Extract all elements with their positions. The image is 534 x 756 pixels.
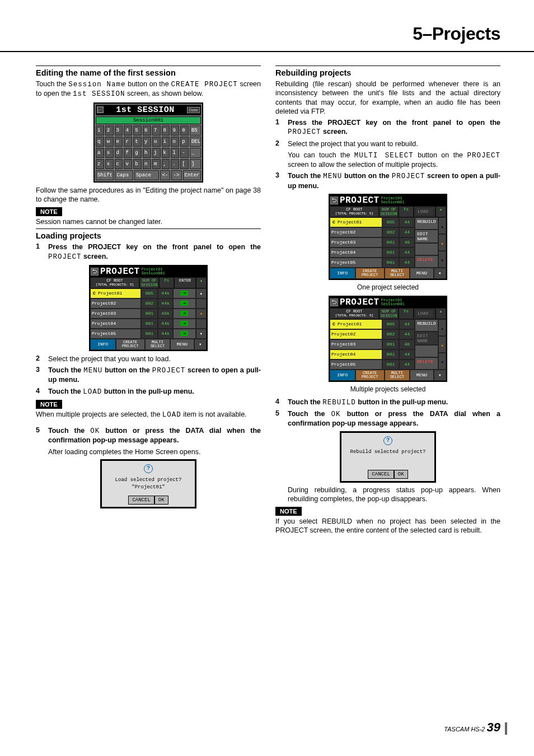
step-2: 2 Select the project that you want to lo… <box>36 354 261 363</box>
project-screenshot-multi-selected: ⮌ PROJECT Project01Session001 CF ROOT[TO… <box>275 296 500 382</box>
menu-button[interactable]: MENU <box>410 370 433 381</box>
note-text: Session names cannot be changed later. <box>36 217 261 226</box>
figure-caption: One project selected <box>275 283 500 291</box>
menu-delete[interactable]: DELETE <box>415 357 438 370</box>
keyboard-screenshot: ⮌ 1st SESSION Date Session001 1234567890… <box>36 102 261 183</box>
create-project-ref: CREATE PROJECT <box>171 81 237 88</box>
menu-button[interactable]: MENU <box>170 339 194 350</box>
section-rule <box>36 228 261 229</box>
ok-button[interactable]: OK <box>154 496 168 505</box>
step-5-sub: During rebuilding, a progress status pop… <box>288 486 500 504</box>
page-footer: TASCAM HS-2 39 <box>444 720 500 735</box>
info-button[interactable]: INFO <box>90 339 116 350</box>
ok-button[interactable]: OK <box>394 470 408 479</box>
table-row[interactable]: Project0500144 <box>330 360 415 370</box>
table-row[interactable]: Project0400144 <box>330 248 415 258</box>
back-icon[interactable]: ⮌ <box>330 298 338 306</box>
body-text: Rebuilding (file rescan) should be perfo… <box>275 80 500 116</box>
keyboard-rows: 1234567890BS qwertyuiopDEL asdfghjkl-_ z… <box>96 125 201 180</box>
table-row[interactable]: Project0200244k➔ <box>90 298 207 309</box>
table-row[interactable]: CProject0100544k➔ <box>90 288 207 298</box>
key-del[interactable]: DEL <box>190 137 201 147</box>
key-space[interactable]: Space <box>134 170 160 180</box>
left-column: Editing the name of the first session To… <box>36 63 261 538</box>
step-1: 1 Press the PROJECT key on the front pan… <box>36 242 261 262</box>
question-icon: ? <box>144 464 153 473</box>
current-mark-icon: C <box>92 291 97 296</box>
body-text: Touch the Session Name button on the CRE… <box>36 80 261 99</box>
scroll-top-icon[interactable] <box>440 207 442 212</box>
scroll-bottom-icon[interactable] <box>439 271 441 276</box>
menu-rebuild[interactable]: REBUILD <box>415 217 438 230</box>
create-project-button[interactable]: CREATEPROJECT <box>116 339 145 350</box>
table-row[interactable]: Project0300148 <box>330 237 415 248</box>
enter-arrow-icon[interactable]: ➔ <box>180 301 188 306</box>
create-project-button[interactable]: CREATEPROJECT <box>355 370 385 381</box>
step-3: 3 Touch the MENU button on the PROJECT s… <box>275 171 500 190</box>
step-2-sub: You can touch the MULTI SELECT button on… <box>288 151 500 170</box>
scroll-top-icon[interactable] <box>200 278 203 283</box>
table-row[interactable]: Project0300148k➔ <box>90 309 207 319</box>
project-screenshot-one-selected: ⮌ PROJECT Project01Session001 CF ROOT[TO… <box>275 194 500 280</box>
step-4: 4 Touch the REBUILD button in the pull-u… <box>275 398 500 407</box>
key-enter[interactable]: Enter <box>183 170 201 180</box>
key-bs[interactable]: BS <box>190 125 201 136</box>
menu-delete[interactable]: DELETE <box>415 255 438 268</box>
menu-edit-name[interactable]: EDIT NAME <box>415 230 438 243</box>
table-row[interactable]: CProject0100544 <box>330 319 415 329</box>
back-icon[interactable]: ⮌ <box>91 268 99 276</box>
table-row[interactable]: Project0200244 <box>330 227 415 237</box>
enter-arrow-icon[interactable]: ➔ <box>180 331 188 336</box>
section-rule <box>36 66 261 66</box>
page-edge-marker <box>505 722 507 735</box>
step-3: 3 Touch the MENU button on the PROJECT s… <box>36 366 261 385</box>
back-icon[interactable]: ⮌ <box>330 197 338 204</box>
key-1[interactable]: 1 <box>96 125 104 136</box>
enter-arrow-icon[interactable]: ➔ <box>180 291 188 296</box>
back-icon[interactable]: ⮌ <box>97 106 104 113</box>
info-button[interactable]: INFO <box>330 268 355 279</box>
table-row[interactable]: Project0500144k➔ <box>90 329 207 339</box>
key-right[interactable]: -> <box>171 170 181 180</box>
table-row[interactable]: Project0500144 <box>330 258 415 268</box>
cancel-button[interactable]: CANCEL <box>128 496 154 505</box>
step-5: 5 Touch the OK button or press the DATA … <box>275 409 500 428</box>
scroll-top-icon[interactable] <box>440 309 442 314</box>
menu-button[interactable]: MENU <box>410 268 433 279</box>
key-shift[interactable]: Shift <box>96 170 114 180</box>
enter-arrow-icon[interactable]: ➔ <box>180 311 188 316</box>
menu-load[interactable]: LOAD <box>415 309 434 318</box>
page-header: 5–Projects <box>0 0 534 49</box>
scroll-bottom-icon[interactable] <box>199 342 202 347</box>
create-project-button[interactable]: CREATEPROJECT <box>355 268 385 279</box>
key-left[interactable]: <- <box>160 170 170 180</box>
date-button[interactable]: Date <box>187 107 200 113</box>
table-row[interactable]: Project0400144k➔ <box>90 319 207 329</box>
step-2: 2 Select the project that you want to re… <box>275 139 500 148</box>
right-column: Rebuilding projects Rebuilding (file res… <box>275 63 500 538</box>
section-rule <box>275 66 500 66</box>
key-caps[interactable]: Caps <box>115 170 133 180</box>
menu-edit-name[interactable]: EDIT NAME <box>415 332 438 345</box>
name-input[interactable]: Session001 <box>96 116 201 124</box>
table-row[interactable]: Project0200244 <box>330 329 415 339</box>
note-label: NOTE <box>36 207 62 216</box>
table-row[interactable]: Project0300148 <box>330 339 415 349</box>
multi-select-button[interactable]: MULTISELECT <box>385 370 410 381</box>
note-text: When multiple projects are selected, the… <box>36 410 261 419</box>
scroll-bottom-icon[interactable] <box>439 373 441 377</box>
info-button[interactable]: INFO <box>330 370 355 381</box>
section-title-loading: Loading projects <box>36 231 261 240</box>
figure-caption: Multiple projects selected <box>275 385 500 393</box>
content-columns: Editing the name of the first session To… <box>0 52 534 538</box>
menu-load[interactable]: LOAD <box>415 207 434 216</box>
table-row[interactable]: Project0400144 <box>330 349 415 360</box>
enter-arrow-icon[interactable]: ➔ <box>180 321 188 326</box>
multi-select-button[interactable]: MULTISELECT <box>385 268 410 279</box>
cancel-button[interactable]: CANCEL <box>368 470 394 479</box>
multi-select-button[interactable]: MULTISELECT <box>145 339 171 350</box>
table-row[interactable]: CProject0100544 <box>330 217 415 227</box>
menu-rebuild[interactable]: REBUILD <box>415 319 438 332</box>
project-screenshot-1: ⮌ PROJECT Project01Session001 CF ROOT[TO… <box>36 265 261 351</box>
load-popup: ? Load selected project? "Project01" CAN… <box>36 460 261 508</box>
